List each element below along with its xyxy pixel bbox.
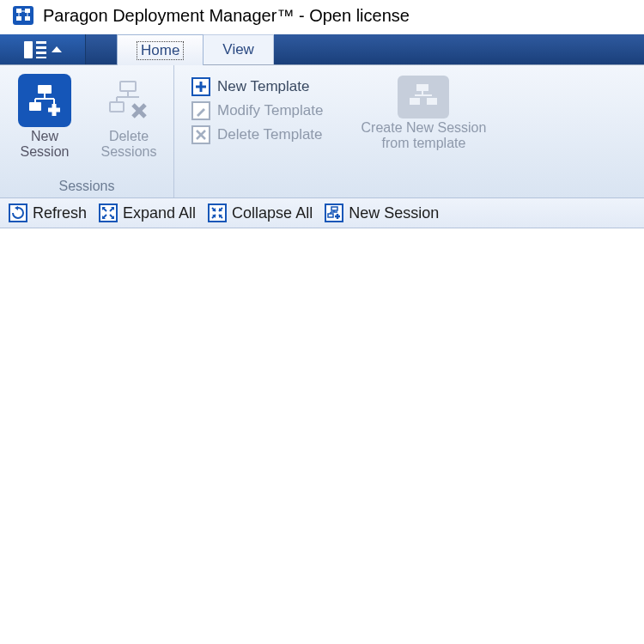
svg-rect-0 [13,6,33,25]
refresh-button[interactable]: Refresh [9,204,87,222]
ribbon: New Session [0,65,644,198]
create-session-from-template-button: Create New Session from template [347,72,493,152]
collapse-all-label: Collapse All [232,204,313,222]
svg-rect-17 [110,102,124,112]
svg-rect-2 [25,9,30,13]
tab-home-label: Home [137,41,184,60]
new-session-icon [18,74,71,127]
ribbon-group-sessions: New Session [0,65,174,197]
main-content [0,228,644,644]
svg-rect-4 [25,16,30,21]
new-template-button[interactable]: New Template [191,77,323,96]
quick-toolbar: Refresh Expand All [0,198,644,228]
svg-rect-3 [16,16,21,21]
new-session-quick-button[interactable]: New Session [325,204,439,222]
svg-rect-16 [120,82,136,91]
ribbon-tabstrip: Home View [0,34,644,65]
create-from-template-label: Create New Session from template [357,120,489,152]
refresh-icon [9,204,27,222]
delete-sessions-icon [102,74,155,127]
delete-sessions-label: Delete Sessions [94,129,163,161]
window-title: Paragon Deployment Manager™ - Open licen… [43,6,410,26]
create-from-template-icon [398,76,449,118]
delete-template-label: Delete Template [217,126,323,143]
tab-view-label: View [222,41,254,58]
new-template-label: New Template [217,78,309,95]
menu-icon [24,41,46,58]
new-session-button[interactable]: New Session [10,72,79,175]
ribbon-group-templates: New Template Modify Template Delete Temp… [174,65,644,197]
svg-rect-30 [427,98,437,105]
collapse-all-button[interactable]: Collapse All [208,204,313,222]
svg-rect-1 [16,9,21,13]
svg-rect-29 [410,98,420,105]
collapse-icon [208,204,227,222]
delete-template-button: Delete Template [191,125,323,144]
svg-rect-8 [38,85,52,94]
modify-template-button: Modify Template [191,101,323,120]
app-menu-button[interactable] [0,34,86,64]
new-session-icon [325,204,343,222]
tab-view[interactable]: View [204,34,274,64]
refresh-label: Refresh [33,204,87,222]
svg-marker-33 [15,206,18,210]
chevron-up-icon [52,46,62,52]
expand-icon [99,204,118,222]
new-session-quick-label: New Session [349,204,439,222]
delete-sessions-button: Delete Sessions [94,72,163,175]
expand-all-button[interactable]: Expand All [99,204,196,222]
x-icon [191,125,210,144]
svg-rect-9 [29,102,41,111]
new-session-label: New Session [10,129,79,161]
ribbon-group-sessions-label: Sessions [10,175,163,194]
pencil-icon [191,101,210,120]
plus-icon [191,77,210,96]
modify-template-label: Modify Template [217,102,323,119]
svg-rect-50 [331,207,337,210]
tab-home[interactable]: Home [117,34,204,65]
titlebar: Paragon Deployment Manager™ - Open licen… [0,0,644,34]
expand-all-label: Expand All [123,204,196,222]
svg-rect-51 [328,214,333,217]
app-icon [12,5,34,26]
svg-rect-28 [416,84,428,91]
